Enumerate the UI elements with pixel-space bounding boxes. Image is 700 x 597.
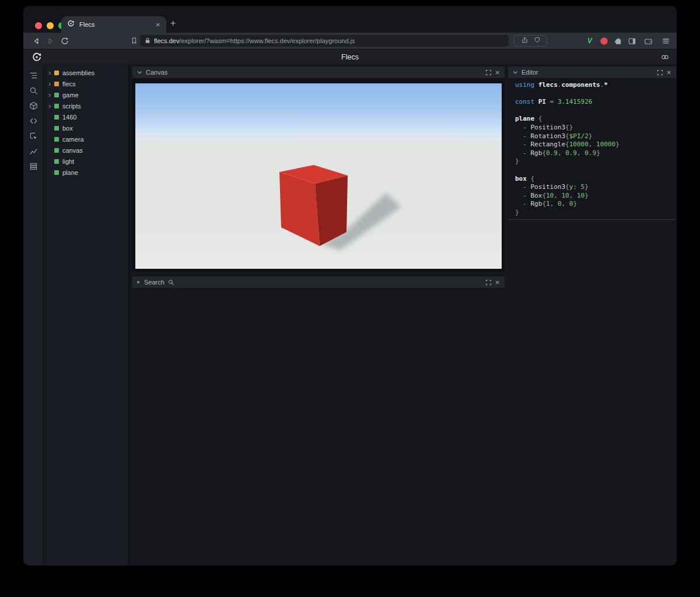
extension-red-icon[interactable] [598,36,609,46]
editor-panel: Editor ✕ using flecs.components.* const … [508,66,676,220]
forward-button[interactable] [46,36,55,45]
package-icon[interactable] [23,98,43,113]
tree-item-scripts[interactable]: ›scripts [44,100,128,111]
chevron-right-icon[interactable]: › [48,103,54,109]
3d-scene [135,83,502,269]
code-line: - Rectangle{10000, 10000} [515,141,676,149]
bookmark-icon[interactable] [130,36,139,45]
tree-item-assemblies[interactable]: ›assemblies [44,67,128,78]
search-panel: Search ✕ [132,276,505,288]
page-title: Flecs [23,53,677,61]
tab-close-icon[interactable]: ✕ [156,22,160,28]
chevron-right-icon[interactable]: › [48,92,54,98]
code-line: } [515,209,676,217]
close-window-button[interactable] [35,22,42,29]
new-tab-button[interactable]: + [170,18,176,29]
main-area: Canvas ✕ [129,64,677,566]
tree-item-label: game [62,92,79,99]
code-line: - Rgb{1, 0, 0} [515,200,676,209]
code-line: - Rotation3{$PI/2} [515,132,676,141]
close-icon[interactable]: ✕ [667,69,671,76]
entity-color-square [54,93,59,97]
tree-item-label: assemblies [62,69,94,76]
search-icon [168,279,174,286]
entity-color-square [54,170,59,175]
tree-item-label: flecs [62,80,76,87]
expand-icon[interactable] [485,279,492,286]
reload-button[interactable] [60,36,69,45]
app-header: Flecs [23,49,677,64]
desktop-background: Flecs ✕ + flecs.dev/explore [0,0,700,597]
tree-item-label: 1460 [62,114,76,121]
tree-item-box[interactable]: box [44,122,128,134]
tree-icon[interactable] [23,68,43,83]
code-line: const PI = 3.1415926 [515,98,676,107]
sidebar-toggle-icon[interactable] [626,36,637,46]
entity-tree-list: ›assemblies›flecs›game›scripts1460boxcam… [44,67,128,178]
code-line: box { [515,175,676,184]
entity-tree-panel: ›assemblies›flecs›game›scripts1460boxcam… [44,64,129,566]
canvas-panel-title: Canvas [146,69,167,76]
chevron-right-icon[interactable]: › [48,81,54,87]
code-line: using flecs.components.* [515,81,676,90]
tree-item-light[interactable]: light [44,156,128,167]
code-editor[interactable]: using flecs.components.* const PI = 3.14… [508,78,676,220]
flecs-logo-icon[interactable] [32,52,42,65]
url-text: flecs.dev/explorer/?wasm=https://www.fle… [154,37,355,44]
tree-item-flecs[interactable]: ›flecs [44,78,128,89]
tree-item-label: scripts [62,103,81,110]
tree-item-plane[interactable]: plane [44,167,128,178]
back-button[interactable] [32,36,41,45]
code-icon[interactable] [23,113,43,128]
search-icon[interactable] [23,83,43,98]
tree-item-camera[interactable]: camera [44,134,128,145]
rows-icon[interactable] [23,159,43,174]
close-icon[interactable]: ✕ [495,279,500,286]
code-line [515,90,676,99]
chevron-down-icon[interactable] [137,70,142,75]
tree-item-canvas[interactable]: canvas [44,145,128,156]
expand-icon[interactable] [485,69,492,76]
red-circle-icon [600,37,608,45]
menu-icon[interactable] [660,36,671,46]
chart-icon[interactable] [23,143,43,159]
browser-tab[interactable]: Flecs ✕ [61,16,166,33]
extensions-puzzle-icon[interactable] [612,36,623,46]
tree-item-label: canvas [62,147,83,154]
entity-color-square [54,71,59,75]
navigation-bar: flecs.dev/explorer/?wasm=https://www.fle… [23,33,677,49]
tree-item-game[interactable]: ›game [44,89,128,100]
extension-v-icon[interactable]: V [584,36,595,46]
tree-item-label: camera [62,136,84,143]
entity-color-square [54,82,59,86]
code-line: - Box{10, 10, 10} [515,192,676,201]
code-line: } [515,157,676,166]
search-panel-title: Search [144,279,164,286]
tab-strip: Flecs ✕ + [23,6,677,33]
share-icon[interactable] [521,36,528,46]
brave-shield-icon[interactable] [534,36,541,46]
canvas-panel-header: Canvas ✕ [132,66,505,78]
search-panel-header: Search ✕ [132,276,505,288]
chevron-right-icon[interactable]: › [48,70,54,76]
share-link-icon[interactable] [660,52,670,64]
minimize-window-button[interactable] [47,22,54,29]
tab-favicon-flecs-icon [67,19,75,30]
collapsed-dot-icon[interactable] [137,281,139,283]
left-icon-sidebar [23,64,44,566]
tree-item-1460[interactable]: 1460 [44,111,128,122]
chevron-down-icon[interactable] [513,70,518,75]
entity-color-square [54,159,59,164]
canvas-viewport[interactable] [135,83,502,269]
inspect-icon[interactable] [23,128,43,143]
entity-color-square [54,115,59,120]
close-icon[interactable]: ✕ [495,69,500,76]
code-line: - Position3{} [515,124,676,132]
editor-panel-header: Editor ✕ [508,66,676,78]
code-line: plane { [515,115,676,124]
code-line: - Rgb{0.9, 0.9, 0.9} [515,149,676,158]
wallet-icon[interactable] [643,36,653,46]
tree-item-label: box [62,125,73,132]
url-bar[interactable]: flecs.dev/explorer/?wasm=https://www.fle… [140,35,509,47]
expand-icon[interactable] [657,69,663,76]
